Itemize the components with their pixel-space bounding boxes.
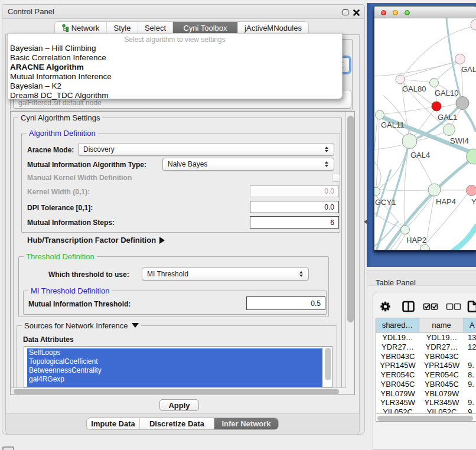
network-node[interactable] xyxy=(471,19,476,30)
table-cell: YBR043C xyxy=(419,351,464,361)
which-threshold-combo[interactable]: MI Threshold xyxy=(142,268,309,281)
network-edge[interactable] xyxy=(452,225,476,250)
table-row[interactable]: YLR345WYLR345W9. xyxy=(376,398,476,407)
table-row[interactable]: YBR045CYBR045C9. xyxy=(376,380,476,389)
column-header-3[interactable]: A xyxy=(464,318,476,332)
apply-button[interactable]: Apply xyxy=(159,399,199,411)
mi-algorithm-type-value: Naive Bayes xyxy=(168,160,207,168)
dpi-tolerance-field[interactable]: 0.0 xyxy=(250,201,339,213)
mi-threshold-label: Mutual Information Threshold: xyxy=(28,300,131,308)
network-node[interactable] xyxy=(467,185,476,196)
bottom-tab-discretize-data[interactable]: Discretize Data xyxy=(140,418,214,429)
node-table[interactable]: shared…nameA YDL19…YDL19…13YDR27…YDR27…1… xyxy=(376,318,476,422)
attribute-item[interactable]: SelfLoops xyxy=(27,348,322,357)
float-window-icon[interactable] xyxy=(343,9,348,15)
settings-vscrollbar-thumb[interactable] xyxy=(347,116,354,322)
settings-hscrollbar-thumb[interactable] xyxy=(14,389,339,394)
attributes-scrollbar-thumb[interactable] xyxy=(325,348,331,380)
table-row[interactable]: YBL079WYBL079W xyxy=(376,389,476,398)
network-node[interactable] xyxy=(432,102,441,111)
tab-label: Cyni Toolbox xyxy=(183,24,227,32)
manual-kernel-width-checkbox[interactable] xyxy=(332,174,340,182)
table-cell: 12 xyxy=(464,343,476,352)
tab-select[interactable]: Select xyxy=(138,22,173,34)
network-node[interactable] xyxy=(374,187,380,195)
network-node[interactable] xyxy=(420,244,430,250)
tab-jactivemnodules[interactable]: jActiveMNodules xyxy=(238,22,308,34)
sources-group-title[interactable]: Sources for Network Inference xyxy=(22,321,141,330)
network-node[interactable] xyxy=(376,110,384,119)
settings-vscrollbar[interactable] xyxy=(345,112,354,395)
close-traffic-light-icon[interactable] xyxy=(381,10,386,15)
table-panel-header: Table Panel xyxy=(367,270,476,286)
network-node[interactable] xyxy=(401,226,410,234)
column-header-1[interactable]: shared… xyxy=(376,318,419,332)
network-node[interactable] xyxy=(455,54,465,64)
network-canvas[interactable]: GAL2GAL80GAL10GAL1GAL11SWI4GAL4GCY1HAP4Y… xyxy=(374,18,476,250)
split-pane-toggle-icon[interactable] xyxy=(363,219,367,224)
tab-label: Style xyxy=(114,24,131,32)
column-panel-icon[interactable] xyxy=(403,302,414,311)
mi-threshold-field[interactable]: 0.5 xyxy=(246,296,325,310)
bottom-tab-infer-network[interactable]: Infer Network xyxy=(214,418,278,429)
network-node[interactable] xyxy=(456,97,469,110)
column-header-2[interactable]: name xyxy=(419,318,464,332)
corner-grip[interactable] xyxy=(2,446,14,450)
popup-header: Select algorithm to view settings xyxy=(8,35,342,44)
unchecked-boxes-icon[interactable] xyxy=(447,304,461,310)
network-node[interactable] xyxy=(402,134,417,149)
table-row[interactable]: YBR043CYBR043C xyxy=(376,351,476,361)
expand-right-icon xyxy=(159,237,165,244)
attribute-item[interactable]: gal4RGexp xyxy=(27,375,322,384)
tab-cyni-toolbox[interactable]: Cyni Toolbox xyxy=(173,22,238,34)
table-row[interactable]: YER054CYER054C8. xyxy=(376,370,476,380)
network-edge[interactable] xyxy=(441,104,456,107)
table-hscrollbar[interactable] xyxy=(376,413,476,422)
algorithm-option[interactable]: Basic Correlation Inference xyxy=(10,53,106,62)
close-icon[interactable] xyxy=(353,9,360,16)
table-hscrollbar-thumb[interactable] xyxy=(377,416,473,421)
network-edge[interactable] xyxy=(374,248,423,250)
network-node[interactable] xyxy=(396,75,405,84)
attribute-item[interactable]: TopologicalCoefficient xyxy=(27,357,322,366)
algorithm-option[interactable]: ARACNE Algorithm xyxy=(10,63,84,71)
network-edge[interactable] xyxy=(404,60,460,77)
algorithm-option[interactable]: Mutual Information Inference xyxy=(10,72,112,81)
tab-network[interactable]: Network xyxy=(55,22,107,34)
data-attributes-list[interactable]: SelfLoopsTopologicalCoefficientBetweenne… xyxy=(24,346,332,387)
table-cell: YLR345W xyxy=(376,398,419,407)
network-edge[interactable] xyxy=(374,61,459,76)
aracne-mode-combo[interactable]: Discovery xyxy=(78,143,334,156)
mi-algorithm-type-combo[interactable]: Naive Bayes xyxy=(162,158,334,171)
checked-boxes-icon[interactable] xyxy=(424,304,438,310)
mi-steps-field[interactable]: 6 xyxy=(250,216,339,229)
network-node[interactable] xyxy=(444,124,455,136)
attribute-item[interactable]: BetweennessCentrality xyxy=(27,366,322,375)
settings-hscrollbar[interactable] xyxy=(11,387,347,394)
hub-definition-toggle[interactable]: Hub/Transcription Factor Definition xyxy=(27,236,165,244)
table-row[interactable]: YDR27…YDR27…12 xyxy=(376,343,476,352)
minimize-traffic-light-icon[interactable] xyxy=(393,10,398,15)
new-column-icon[interactable] xyxy=(468,302,476,312)
network-edge[interactable] xyxy=(405,80,429,82)
algorithm-option[interactable]: Bayesian – K2 xyxy=(10,81,61,90)
network-node[interactable] xyxy=(428,184,441,196)
algorithm-option[interactable]: Bayesian – Hill Climbing xyxy=(10,44,96,53)
zoom-traffic-light-icon[interactable] xyxy=(405,10,410,15)
dpi-tolerance-value: 0.0 xyxy=(324,203,334,211)
network-edge[interactable] xyxy=(384,107,432,114)
tab-style[interactable]: Style xyxy=(107,22,138,34)
mi-algorithm-type-label: Mutual Information Algorithm Type: xyxy=(27,161,146,169)
network-edge[interactable] xyxy=(464,110,476,132)
network-edge[interactable] xyxy=(426,196,434,244)
table-row[interactable]: YDL19…YDL19…13 xyxy=(376,333,476,343)
table-cell: YBR045C xyxy=(376,380,419,389)
algorithm-option[interactable]: Dream8 DC_TDC Algorithm xyxy=(10,91,109,100)
table-row[interactable]: YPR145WYPR145W9. xyxy=(376,361,476,370)
network-edge[interactable] xyxy=(374,221,398,246)
network-node[interactable] xyxy=(430,79,439,87)
kernel-width-field[interactable]: 0.0 xyxy=(250,185,339,197)
gear-icon[interactable] xyxy=(380,302,390,311)
network-edge[interactable] xyxy=(374,119,377,148)
bottom-tab-impute-data[interactable]: Impute Data xyxy=(87,418,140,429)
